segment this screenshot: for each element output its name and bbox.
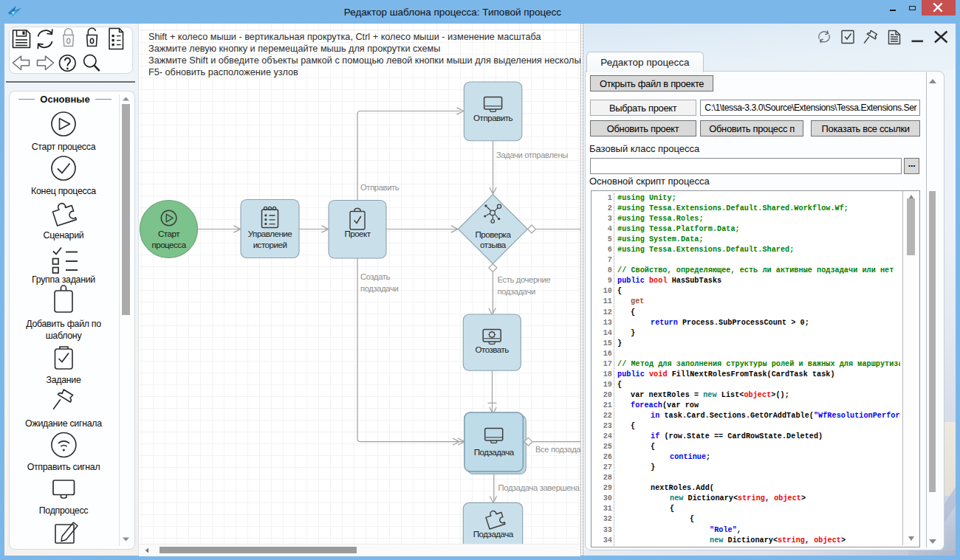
svg-text:Проект: Проект xyxy=(344,229,371,238)
svg-text:подзадачи: подзадачи xyxy=(498,287,535,296)
svg-text:отзыва: отзыва xyxy=(480,240,507,249)
svg-text:Отправить: Отправить xyxy=(473,113,512,122)
svg-text:Есть дочерние: Есть дочерние xyxy=(498,275,551,284)
svg-text:процесса: процесса xyxy=(151,240,186,249)
svg-text:историей: историей xyxy=(253,240,287,249)
svg-text:Отправить: Отправить xyxy=(360,183,400,192)
svg-text:Управление: Управление xyxy=(248,229,292,238)
svg-text:Старт: Старт xyxy=(158,229,180,238)
svg-text:Подзадача завершена: Подзадача завершена xyxy=(498,483,580,492)
svg-text:Создать: Создать xyxy=(360,272,391,281)
svg-text:Все подзадачи завершены: Все подзадачи завершены xyxy=(535,445,580,454)
svg-text:Задачи отправлены: Задачи отправлены xyxy=(496,151,568,159)
svg-text:подзадачи: подзадачи xyxy=(360,284,398,293)
svg-text:Подзадача: Подзадача xyxy=(474,447,515,457)
svg-text:Отозвать: Отозвать xyxy=(475,345,509,354)
svg-text:Подзадача: Подзадача xyxy=(473,529,514,539)
svg-text:Проверка: Проверка xyxy=(475,229,511,239)
